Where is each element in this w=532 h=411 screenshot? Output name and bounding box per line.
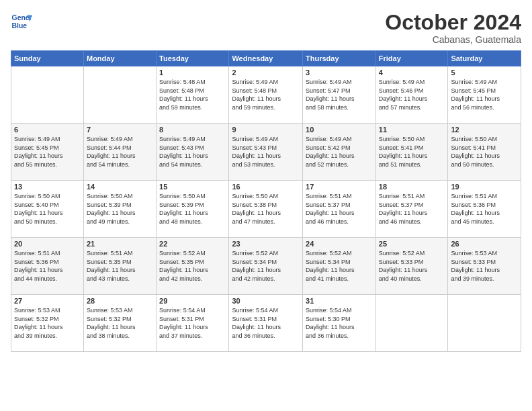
calendar-cell bbox=[448, 295, 521, 352]
cell-content: Sunrise: 5:49 AM Sunset: 5:45 PM Dayligh… bbox=[14, 135, 81, 169]
day-number: 20 bbox=[14, 240, 81, 248]
calendar-cell bbox=[11, 66, 84, 124]
calendar-cell: 24Sunrise: 5:52 AM Sunset: 5:34 PM Dayli… bbox=[303, 238, 376, 295]
location: Cabanas, Guatemala bbox=[385, 34, 521, 45]
cell-content: Sunrise: 5:49 AM Sunset: 5:43 PM Dayligh… bbox=[159, 135, 226, 169]
cell-content: Sunrise: 5:50 AM Sunset: 5:39 PM Dayligh… bbox=[87, 192, 153, 226]
week-row-2: 6Sunrise: 5:49 AM Sunset: 5:45 PM Daylig… bbox=[11, 124, 521, 181]
calendar-cell: 22Sunrise: 5:52 AM Sunset: 5:35 PM Dayli… bbox=[157, 238, 229, 295]
calendar-cell: 14Sunrise: 5:50 AM Sunset: 5:39 PM Dayli… bbox=[83, 181, 156, 238]
day-number: 24 bbox=[306, 240, 373, 248]
day-number: 3 bbox=[306, 68, 373, 77]
day-number: 7 bbox=[87, 126, 153, 134]
calendar-cell: 3Sunrise: 5:49 AM Sunset: 5:47 PM Daylig… bbox=[303, 66, 376, 124]
calendar-cell bbox=[83, 66, 156, 124]
day-number: 31 bbox=[306, 297, 373, 305]
day-header-friday: Friday bbox=[375, 51, 448, 66]
calendar-cell: 11Sunrise: 5:50 AM Sunset: 5:41 PM Dayli… bbox=[375, 124, 448, 181]
calendar-cell: 20Sunrise: 5:51 AM Sunset: 5:36 PM Dayli… bbox=[11, 238, 84, 295]
day-number: 2 bbox=[232, 68, 300, 77]
week-row-5: 27Sunrise: 5:53 AM Sunset: 5:32 PM Dayli… bbox=[11, 295, 521, 352]
cell-content: Sunrise: 5:53 AM Sunset: 5:33 PM Dayligh… bbox=[451, 249, 518, 283]
cell-content: Sunrise: 5:49 AM Sunset: 5:43 PM Dayligh… bbox=[232, 135, 300, 169]
cell-content: Sunrise: 5:51 AM Sunset: 5:36 PM Dayligh… bbox=[14, 249, 81, 283]
day-number: 26 bbox=[451, 240, 518, 248]
day-header-sunday: Sunday bbox=[11, 51, 84, 66]
day-number: 1 bbox=[159, 68, 226, 77]
day-header-monday: Monday bbox=[83, 51, 156, 66]
day-number: 21 bbox=[87, 240, 153, 248]
cell-content: Sunrise: 5:50 AM Sunset: 5:41 PM Dayligh… bbox=[379, 135, 445, 169]
day-header-tuesday: Tuesday bbox=[157, 51, 229, 66]
calendar-cell: 13Sunrise: 5:50 AM Sunset: 5:40 PM Dayli… bbox=[11, 181, 84, 238]
calendar-cell: 7Sunrise: 5:49 AM Sunset: 5:44 PM Daylig… bbox=[83, 124, 156, 181]
cell-content: Sunrise: 5:54 AM Sunset: 5:30 PM Dayligh… bbox=[306, 306, 373, 340]
day-number: 11 bbox=[379, 126, 445, 134]
calendar-cell: 9Sunrise: 5:49 AM Sunset: 5:43 PM Daylig… bbox=[229, 124, 303, 181]
logo-icon: General Blue bbox=[11, 11, 32, 32]
day-header-thursday: Thursday bbox=[303, 51, 376, 66]
calendar-cell: 4Sunrise: 5:49 AM Sunset: 5:46 PM Daylig… bbox=[375, 66, 448, 124]
calendar-cell: 21Sunrise: 5:51 AM Sunset: 5:35 PM Dayli… bbox=[83, 238, 156, 295]
cell-content: Sunrise: 5:51 AM Sunset: 5:35 PM Dayligh… bbox=[87, 249, 153, 283]
calendar-cell: 2Sunrise: 5:49 AM Sunset: 5:48 PM Daylig… bbox=[229, 66, 303, 124]
week-row-3: 13Sunrise: 5:50 AM Sunset: 5:40 PM Dayli… bbox=[11, 181, 521, 238]
day-number: 28 bbox=[87, 297, 153, 305]
cell-content: Sunrise: 5:51 AM Sunset: 5:37 PM Dayligh… bbox=[379, 192, 445, 226]
cell-content: Sunrise: 5:49 AM Sunset: 5:48 PM Dayligh… bbox=[232, 78, 300, 111]
month-title: October 2024 bbox=[385, 11, 521, 34]
day-number: 27 bbox=[14, 297, 81, 305]
calendar-header-row: SundayMondayTuesdayWednesdayThursdayFrid… bbox=[11, 51, 521, 66]
cell-content: Sunrise: 5:50 AM Sunset: 5:38 PM Dayligh… bbox=[232, 192, 300, 226]
day-number: 22 bbox=[159, 240, 226, 248]
calendar-cell: 23Sunrise: 5:52 AM Sunset: 5:34 PM Dayli… bbox=[229, 238, 303, 295]
day-number: 14 bbox=[87, 183, 153, 191]
cell-content: Sunrise: 5:50 AM Sunset: 5:41 PM Dayligh… bbox=[451, 135, 518, 169]
day-number: 23 bbox=[232, 240, 300, 248]
calendar-cell: 6Sunrise: 5:49 AM Sunset: 5:45 PM Daylig… bbox=[11, 124, 84, 181]
cell-content: Sunrise: 5:54 AM Sunset: 5:31 PM Dayligh… bbox=[159, 306, 226, 340]
cell-content: Sunrise: 5:52 AM Sunset: 5:34 PM Dayligh… bbox=[306, 249, 373, 283]
calendar-cell: 12Sunrise: 5:50 AM Sunset: 5:41 PM Dayli… bbox=[448, 124, 521, 181]
cell-content: Sunrise: 5:52 AM Sunset: 5:34 PM Dayligh… bbox=[232, 249, 300, 283]
cell-content: Sunrise: 5:49 AM Sunset: 5:46 PM Dayligh… bbox=[379, 78, 445, 111]
day-number: 30 bbox=[232, 297, 300, 305]
calendar-cell: 5Sunrise: 5:49 AM Sunset: 5:45 PM Daylig… bbox=[448, 66, 521, 124]
cell-content: Sunrise: 5:53 AM Sunset: 5:32 PM Dayligh… bbox=[87, 306, 153, 340]
calendar-cell: 29Sunrise: 5:54 AM Sunset: 5:31 PM Dayli… bbox=[157, 295, 229, 352]
cell-content: Sunrise: 5:51 AM Sunset: 5:37 PM Dayligh… bbox=[306, 192, 373, 226]
logo: General Blue bbox=[11, 11, 32, 32]
calendar-cell: 25Sunrise: 5:52 AM Sunset: 5:33 PM Dayli… bbox=[375, 238, 448, 295]
calendar-cell: 31Sunrise: 5:54 AM Sunset: 5:30 PM Dayli… bbox=[303, 295, 376, 352]
day-number: 12 bbox=[451, 126, 518, 134]
calendar-cell: 15Sunrise: 5:50 AM Sunset: 5:39 PM Dayli… bbox=[157, 181, 229, 238]
day-number: 19 bbox=[451, 183, 518, 191]
cell-content: Sunrise: 5:50 AM Sunset: 5:40 PM Dayligh… bbox=[14, 192, 81, 226]
title-block: October 2024 Cabanas, Guatemala bbox=[385, 11, 521, 45]
cell-content: Sunrise: 5:52 AM Sunset: 5:33 PM Dayligh… bbox=[379, 249, 445, 283]
calendar-cell: 10Sunrise: 5:49 AM Sunset: 5:42 PM Dayli… bbox=[303, 124, 376, 181]
cell-content: Sunrise: 5:49 AM Sunset: 5:42 PM Dayligh… bbox=[306, 135, 373, 169]
calendar-table: SundayMondayTuesdayWednesdayThursdayFrid… bbox=[11, 50, 521, 352]
calendar-cell: 30Sunrise: 5:54 AM Sunset: 5:31 PM Dayli… bbox=[229, 295, 303, 352]
calendar-cell: 17Sunrise: 5:51 AM Sunset: 5:37 PM Dayli… bbox=[303, 181, 376, 238]
day-number: 25 bbox=[379, 240, 445, 248]
calendar-cell: 18Sunrise: 5:51 AM Sunset: 5:37 PM Dayli… bbox=[375, 181, 448, 238]
calendar-cell bbox=[375, 295, 448, 352]
day-number: 10 bbox=[306, 126, 373, 134]
cell-content: Sunrise: 5:49 AM Sunset: 5:45 PM Dayligh… bbox=[451, 78, 518, 111]
day-number: 9 bbox=[232, 126, 300, 134]
cell-content: Sunrise: 5:48 AM Sunset: 5:48 PM Dayligh… bbox=[159, 78, 226, 111]
week-row-4: 20Sunrise: 5:51 AM Sunset: 5:36 PM Dayli… bbox=[11, 238, 521, 295]
cell-content: Sunrise: 5:49 AM Sunset: 5:47 PM Dayligh… bbox=[306, 78, 373, 111]
cell-content: Sunrise: 5:50 AM Sunset: 5:39 PM Dayligh… bbox=[159, 192, 226, 226]
calendar-cell: 16Sunrise: 5:50 AM Sunset: 5:38 PM Dayli… bbox=[229, 181, 303, 238]
calendar-cell: 26Sunrise: 5:53 AM Sunset: 5:33 PM Dayli… bbox=[448, 238, 521, 295]
day-number: 8 bbox=[159, 126, 226, 134]
day-number: 16 bbox=[232, 183, 300, 191]
header: General Blue October 2024 Cabanas, Guate… bbox=[11, 11, 521, 45]
cell-content: Sunrise: 5:49 AM Sunset: 5:44 PM Dayligh… bbox=[87, 135, 153, 169]
day-header-saturday: Saturday bbox=[448, 51, 521, 66]
day-number: 29 bbox=[159, 297, 226, 305]
day-number: 6 bbox=[14, 126, 81, 134]
